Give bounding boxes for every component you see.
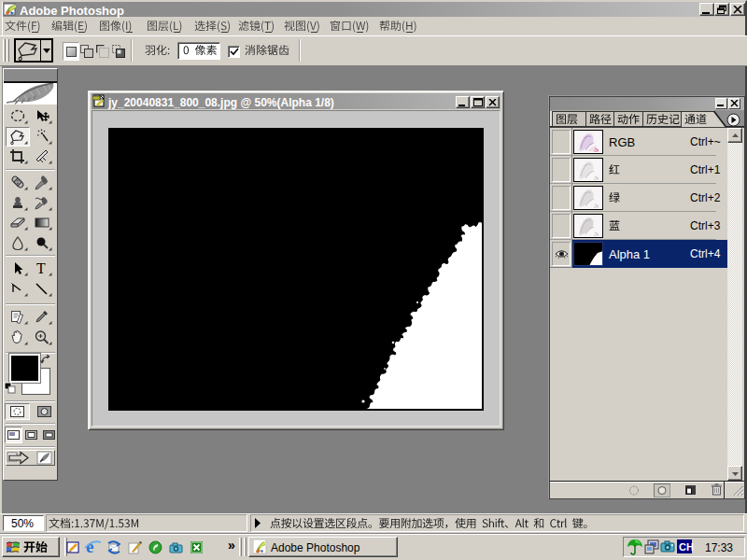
svg-text:T: T bbox=[36, 260, 46, 276]
